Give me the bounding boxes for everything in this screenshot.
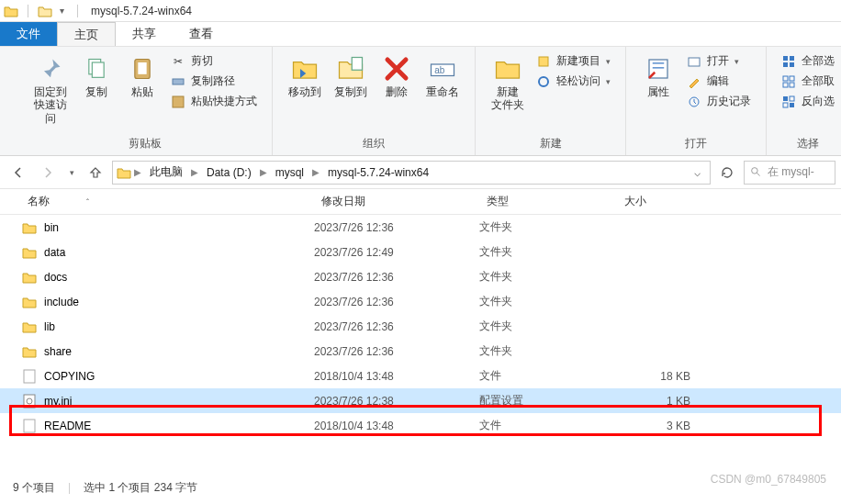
- select-none-button[interactable]: 全部取: [778, 73, 838, 90]
- file-row[interactable]: bin2023/7/26 12:36文件夹: [0, 215, 841, 240]
- scissors-icon: ✂: [171, 54, 185, 69]
- rename-icon: ab: [428, 54, 457, 84]
- easy-access-button[interactable]: 轻松访问▾: [533, 73, 614, 90]
- file-name: docs: [44, 271, 314, 284]
- rename-button[interactable]: ab重命名: [420, 50, 465, 102]
- group-select-label: 选择: [776, 134, 840, 153]
- new-item-button[interactable]: 新建项目▾: [533, 52, 614, 70]
- chevron-right-icon[interactable]: ▶: [190, 167, 199, 177]
- file-type: 文件夹: [479, 244, 617, 260]
- open-button[interactable]: 打开▾: [683, 52, 755, 70]
- invert-selection-button[interactable]: 反向选: [778, 93, 838, 110]
- move-to-button[interactable]: 移动到: [282, 50, 328, 102]
- breadcrumb[interactable]: ▶ 此电脑 ▶ Data (D:) ▶ mysql ▶ mysql-5.7.24…: [112, 161, 711, 185]
- history-icon: [687, 95, 701, 109]
- new-folder-icon: [493, 54, 522, 84]
- select-all-button[interactable]: 全部选: [778, 52, 838, 70]
- paste-shortcut-label: 粘贴快捷方式: [191, 94, 257, 109]
- address-dropdown-icon[interactable]: ⌵: [689, 166, 706, 179]
- tab-home[interactable]: 主页: [57, 22, 116, 46]
- group-open-label: 打开: [635, 134, 757, 153]
- invert-icon: [781, 95, 796, 109]
- file-name: bin: [44, 221, 314, 234]
- sort-indicator-icon: ˆ: [86, 197, 89, 207]
- nav-recent-button[interactable]: ▾: [64, 161, 79, 185]
- file-date: 2023/7/26 12:36: [314, 221, 479, 234]
- file-row[interactable]: my.ini2023/7/26 12:38配置设置1 KB: [0, 388, 841, 413]
- chevron-right-icon[interactable]: ▶: [259, 167, 268, 177]
- delete-icon: [382, 54, 411, 84]
- crumb-folder-2[interactable]: mysql-5.7.24-winx64: [322, 164, 434, 181]
- new-folder-button[interactable]: 新建 文件夹: [485, 50, 531, 116]
- file-row[interactable]: include2023/7/26 12:36文件夹: [0, 289, 841, 314]
- copy-to-button[interactable]: 复制到: [328, 50, 374, 102]
- copy-button[interactable]: 复制: [73, 50, 119, 102]
- file-size: 18 KB: [617, 370, 709, 383]
- file-row[interactable]: README2018/10/4 13:48文件3 KB: [0, 413, 841, 438]
- file-row[interactable]: data2023/7/26 12:49文件夹: [0, 240, 841, 264]
- svg-text:ab: ab: [434, 65, 445, 75]
- status-selection: 选中 1 个项目 234 字节: [84, 480, 197, 496]
- folder-icon: [20, 244, 39, 261]
- edit-button[interactable]: 编辑: [683, 73, 755, 90]
- copy-path-button[interactable]: 复制路径: [167, 73, 261, 90]
- refresh-button[interactable]: [714, 161, 740, 185]
- pin-to-quick-access-button[interactable]: 固定到 快速访问: [28, 50, 73, 129]
- cut-button[interactable]: ✂剪切: [167, 52, 261, 70]
- file-name: data: [44, 246, 314, 259]
- open-icon: [687, 54, 701, 69]
- file-type: 文件夹: [479, 294, 617, 309]
- file-list: bin2023/7/26 12:36文件夹data2023/7/26 12:49…: [0, 215, 841, 438]
- svg-rect-22: [783, 96, 788, 101]
- history-button[interactable]: 历史记录: [683, 93, 755, 110]
- file-icon: [20, 368, 39, 385]
- header-size[interactable]: 大小: [617, 194, 709, 209]
- ribbon: 固定到 快速访问 复制 粘贴 ✂剪切 复制路径 粘贴快捷方式 剪贴板 移动到 复…: [0, 46, 841, 156]
- svg-rect-4: [173, 79, 184, 84]
- paste-shortcut-button[interactable]: 粘贴快捷方式: [167, 93, 261, 110]
- chevron-right-icon[interactable]: ▶: [311, 167, 320, 177]
- crumb-drive[interactable]: Data (D:): [201, 164, 257, 181]
- delete-button[interactable]: 删除: [374, 50, 420, 102]
- nav-forward-button[interactable]: [35, 161, 61, 185]
- select-none-icon: [781, 74, 796, 89]
- tab-share[interactable]: 共享: [116, 22, 173, 46]
- properties-icon: [644, 54, 673, 84]
- paste-button[interactable]: 粘贴: [119, 50, 165, 102]
- qat-dropdown-icon[interactable]: ▾: [56, 6, 68, 16]
- select-none-label: 全部取: [802, 73, 835, 89]
- move-to-icon: [290, 54, 320, 84]
- paste-icon: [128, 54, 157, 84]
- file-type: 文件: [479, 368, 617, 384]
- tab-file[interactable]: 文件: [0, 22, 57, 46]
- crumb-this-pc[interactable]: 此电脑: [144, 162, 188, 182]
- file-row[interactable]: COPYING2018/10/4 13:48文件18 KB: [0, 364, 841, 388]
- header-type[interactable]: 类型: [479, 194, 617, 209]
- copy-to-label: 复制到: [334, 85, 367, 98]
- file-row[interactable]: share2023/7/26 12:36文件夹: [0, 339, 841, 364]
- nav-back-button[interactable]: [6, 161, 31, 185]
- file-type: 文件: [479, 418, 617, 433]
- tab-view[interactable]: 查看: [173, 22, 230, 46]
- header-name[interactable]: 名称ˆ: [20, 194, 314, 209]
- file-row[interactable]: lib2023/7/26 12:36文件夹: [0, 314, 841, 339]
- file-type: 文件夹: [479, 219, 617, 235]
- copy-label: 复制: [85, 85, 107, 98]
- chevron-right-icon[interactable]: ▶: [133, 167, 142, 177]
- svg-rect-9: [539, 57, 548, 66]
- crumb-folder-1[interactable]: mysql: [270, 164, 309, 181]
- title-bar: ▾ mysql-5.7.24-winx64: [0, 0, 841, 22]
- header-date[interactable]: 修改日期: [314, 194, 479, 209]
- group-open: 属性 打开▾ 编辑 历史记录 打开: [626, 47, 767, 155]
- folder-icon: [117, 166, 131, 179]
- new-item-label: 新建项目: [556, 53, 600, 69]
- search-input[interactable]: 在 mysql-: [744, 161, 835, 185]
- properties-button[interactable]: 属性: [635, 50, 681, 102]
- file-name: COPYING: [44, 370, 314, 383]
- nav-up-button[interactable]: [83, 161, 108, 185]
- file-date: 2023/7/26 12:36: [314, 320, 479, 333]
- file-row[interactable]: docs2023/7/26 12:36文件夹: [0, 264, 841, 289]
- file-date: 2018/10/4 13:48: [314, 420, 479, 432]
- history-label: 历史记录: [707, 94, 751, 109]
- svg-rect-5: [173, 96, 184, 107]
